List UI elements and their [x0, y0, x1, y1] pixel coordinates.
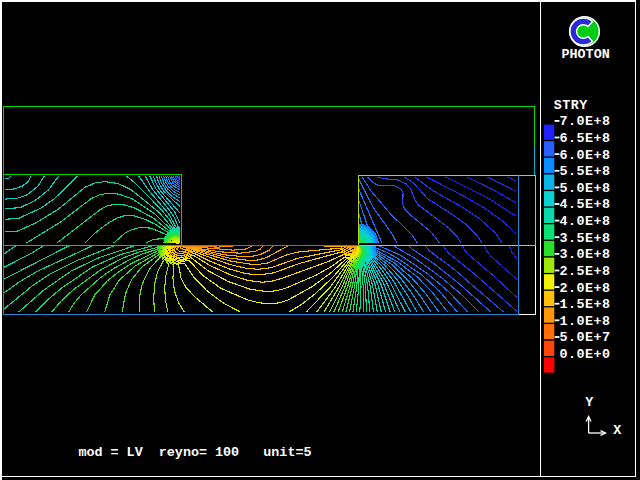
svg-text:7.0E+8: 7.0E+8	[560, 114, 611, 129]
svg-text:5.0E+7: 5.0E+7	[560, 330, 611, 345]
svg-text:5.5E+8: 5.5E+8	[560, 164, 611, 179]
svg-text:unit=5: unit=5	[263, 445, 311, 460]
svg-text:3.5E+8: 3.5E+8	[560, 231, 611, 246]
svg-text:5.0E+8: 5.0E+8	[560, 181, 611, 196]
svg-text:4.5E+8: 4.5E+8	[560, 197, 611, 212]
svg-text:mod = LV: mod = LV	[78, 445, 143, 460]
svg-text:Y: Y	[585, 395, 594, 410]
svg-text:6.0E+8: 6.0E+8	[560, 148, 611, 163]
svg-text:PHOTON: PHOTON	[562, 47, 610, 62]
svg-text:1.0E+8: 1.0E+8	[560, 314, 611, 329]
svg-text:1.5E+8: 1.5E+8	[560, 297, 611, 312]
svg-text:2.0E+8: 2.0E+8	[560, 281, 611, 296]
svg-text:4.0E+8: 4.0E+8	[560, 214, 611, 229]
svg-text:reyno= 100: reyno= 100	[159, 445, 239, 460]
svg-text:6.5E+8: 6.5E+8	[560, 131, 611, 146]
svg-text:3.0E+8: 3.0E+8	[560, 247, 611, 262]
svg-text:X: X	[613, 423, 622, 438]
svg-text:2.5E+8: 2.5E+8	[560, 264, 611, 279]
svg-text:0.0E+0: 0.0E+0	[560, 347, 611, 362]
svg-text:STRY: STRY	[554, 98, 588, 113]
